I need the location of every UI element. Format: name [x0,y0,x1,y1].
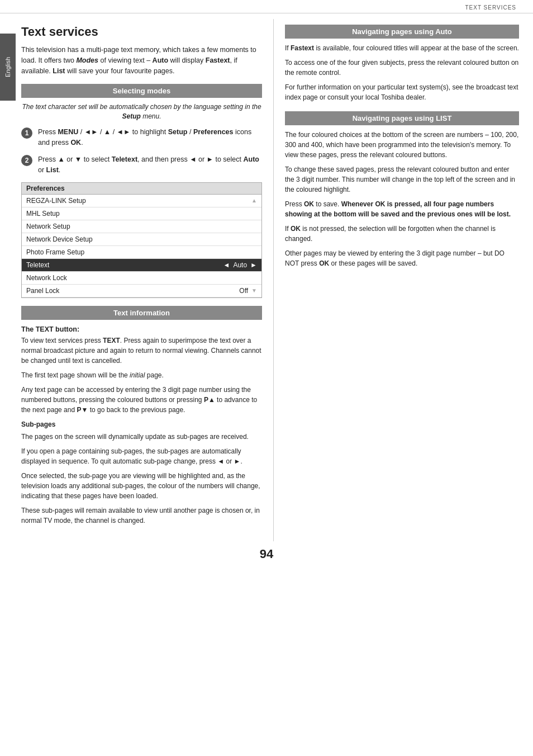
left-column: Text services This television has a mult… [0,19,274,541]
page-title: Text services [21,25,262,39]
scroll-arrow-regza: ▲ [251,197,257,204]
pref-row-photo-frame: Photo Frame Setup [22,246,261,259]
nav-list-para1: The four coloured choices at the bottom … [285,130,519,160]
sidebar-language-text: English [4,57,11,77]
right-arrow-icon: ► [250,261,257,269]
text-information-header: Text information [21,306,262,320]
pref-row-mhl: MHL Setup [22,207,261,220]
nav-auto-section: Navigating pages using Auto If Fastext i… [285,25,519,102]
sub-pages-para2: If you open a page containing sub-pages,… [21,446,262,466]
nav-auto-para1: If Fastext is available, four coloured t… [285,43,519,53]
pref-row-network-setup: Network Setup [22,220,261,233]
selecting-modes-header: Selecting modes [21,84,262,98]
pref-row-regza: REGZA-LINK Setup ▲ [22,195,261,207]
page-header: TEXT SERVICES [0,0,533,13]
nav-list-para3: Press OK to save. Whenever OK is pressed… [285,199,519,219]
step-2-number: 2 [21,155,32,166]
pref-row-teletext-value: ◄ Auto ► [223,261,257,269]
pref-row-network-device-label: Network Device Setup [26,235,257,243]
pref-row-panel-lock-value: Off ▼ [239,287,257,295]
panel-lock-value: Off [239,287,248,295]
pref-row-mhl-label: MHL Setup [26,210,257,218]
text-button-para2: The first text page shown will be the in… [21,370,262,380]
text-information-section: The TEXT button: To view text services p… [21,325,262,526]
step-1: 1 Press MENU / ◄► / ▲ / ◄► to highlight … [21,127,262,148]
nav-auto-header: Navigating pages using Auto [285,25,519,39]
teletext-value: Auto [233,261,247,269]
header-label: TEXT SERVICES [465,4,516,11]
pref-table-header: Preferences [22,183,261,195]
left-arrow-icon: ◄ [223,261,230,269]
nav-list-section: Navigating pages using LIST The four col… [285,111,519,268]
nav-auto-para2: To access one of the four given subjects… [285,58,519,78]
pref-row-teletext: Teletext ◄ Auto ► [22,259,261,272]
sidebar-language: English [0,34,16,101]
step-2-text: Press ▲ or ▼ to select Teletext, and the… [38,154,262,176]
text-button-para3: Any text page can be accessed by enterin… [21,385,262,415]
nav-list-para2: To change these saved pages, press the r… [285,164,519,195]
pref-row-photo-frame-label: Photo Frame Setup [26,248,257,256]
pref-row-panel-lock: Panel Lock Off ▼ [22,285,261,297]
nav-auto-para3: For further information on your particul… [285,82,519,102]
nav-list-header: Navigating pages using LIST [285,111,519,125]
nav-list-para4: If OK is not pressed, the selection will… [285,224,519,244]
pref-row-network-setup-label: Network Setup [26,223,257,230]
preferences-table: Preferences REGZA-LINK Setup ▲ MHL Setup… [21,182,262,298]
scroll-arrow-panel-lock: ▼ [251,287,257,294]
pref-row-network-lock-label: Network Lock [26,274,257,282]
italic-note: The text character set will be automatic… [21,102,262,121]
sub-pages-para3: Once selected, the sub-page you are view… [21,471,262,501]
pref-row-network-lock: Network Lock [22,272,261,285]
pref-row-network-device: Network Device Setup [22,233,261,246]
pref-row-regza-label: REGZA-LINK Setup [26,197,251,205]
pref-row-panel-lock-label: Panel Lock [26,287,239,295]
sub-pages-para4: These sub-pages will remain available to… [21,505,262,526]
intro-paragraph: This television has a multi-page text me… [21,45,262,76]
text-button-para1: To view text services press TEXT. Press … [21,336,262,366]
text-button-heading: The TEXT button: [21,325,262,333]
page-number: 94 [0,541,533,573]
pref-row-teletext-label: Teletext [26,261,223,269]
sub-pages-para1: The pages on the screen will dynamically… [21,432,262,442]
sub-pages-heading: Sub-pages [21,419,262,429]
step-1-number: 1 [21,127,32,139]
right-column: Navigating pages using Auto If Fastext i… [274,19,533,541]
nav-list-para5: Other pages may be viewed by entering th… [285,248,519,268]
step-1-text: Press MENU / ◄► / ▲ / ◄► to highlight Se… [38,127,262,148]
step-2: 2 Press ▲ or ▼ to select Teletext, and t… [21,154,262,176]
